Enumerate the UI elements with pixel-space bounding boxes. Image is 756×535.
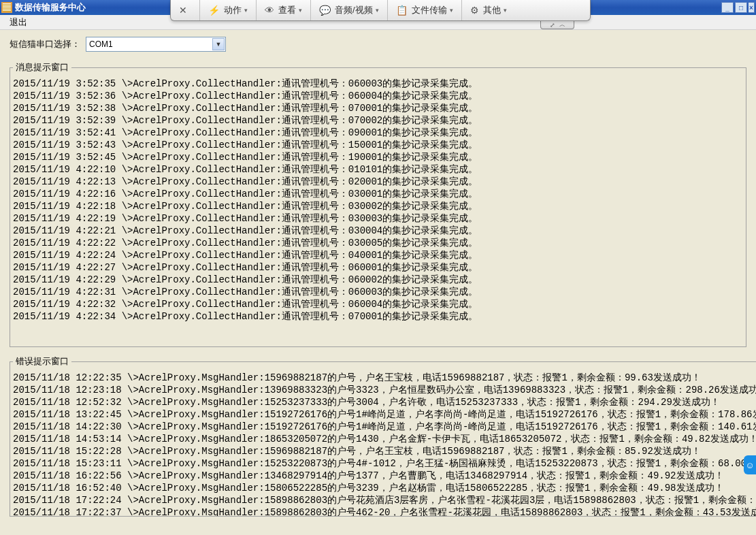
log-line: 2015/11/19 4:22:32 \>AcrelProxy.CollectH… <box>13 298 743 310</box>
eye-icon: 👁 <box>265 5 274 16</box>
log-line: 2015/11/18 17:22:24 \>AcrelProxy.MsgHand… <box>13 494 756 506</box>
chevron-down-icon[interactable]: ▼ <box>212 38 225 50</box>
log-line: 2015/11/19 4:22:13 \>AcrelProxy.CollectH… <box>13 176 743 188</box>
log-line: 2015/11/19 4:22:29 \>AcrelProxy.CollectH… <box>13 274 743 286</box>
bolt-icon: ⚡ <box>208 5 220 16</box>
toolbar-other-menu[interactable]: ⚙ 其他 ▾ <box>462 0 515 20</box>
toolbar-close-button[interactable]: ✕ <box>171 0 200 20</box>
log-line: 2015/11/18 14:22:30 \>AcrelProxy.MsgHand… <box>13 421 756 433</box>
sms-port-select[interactable]: COM1 ▼ <box>86 37 226 52</box>
chevron-down-icon: ▾ <box>450 7 453 14</box>
log-line: 2015/11/18 12:23:18 \>AcrelProxy.MsgHand… <box>13 384 756 396</box>
log-line: 2015/11/19 3:52:45 \>AcrelProxy.CollectH… <box>13 151 743 163</box>
clipboard-icon: 📋 <box>396 5 408 16</box>
main-content: 短信猫串口选择： COM1 ▼ 消息提示窗口 2015/11/19 3:52:3… <box>0 30 756 532</box>
toolbar-av-menu[interactable]: 💬 音频/视频 ▾ <box>311 0 388 20</box>
chevron-down-icon: ▾ <box>244 7 248 14</box>
remote-toolbar: ✕ ⚡ 动作 ▾ 👁 查看 ▾ 💬 音频/视频 ▾ 📋 文件传输 ▾ ⚙ 其他 … <box>170 0 591 21</box>
log-line: 2015/11/19 4:22:22 \>AcrelProxy.CollectH… <box>13 237 743 249</box>
smiley-icon: ☺ <box>745 460 754 470</box>
log-line: 2015/11/19 4:22:27 \>AcrelProxy.CollectH… <box>13 261 743 274</box>
toolbar-action-label: 动作 <box>224 4 242 16</box>
log-line: 2015/11/18 13:22:45 \>AcrelProxy.MsgHand… <box>13 408 756 421</box>
toolbar-view-menu[interactable]: 👁 查看 ▾ <box>257 0 311 20</box>
chevron-down-icon: ▾ <box>376 7 379 14</box>
fullscreen-icon: ⤢ <box>550 22 555 29</box>
error-log[interactable]: 2015/11/18 12:22:35 \>AcrelProxy.MsgHand… <box>10 368 756 516</box>
sms-port-value: COM1 <box>89 39 113 49</box>
log-line: 2015/11/18 16:52:40 \>AcrelProxy.MsgHand… <box>13 482 756 494</box>
sms-port-label: 短信猫串口选择： <box>10 38 80 50</box>
log-line: 2015/11/18 14:53:14 \>AcrelProxy.MsgHand… <box>13 433 756 445</box>
log-line: 2015/11/19 3:52:39 \>AcrelProxy.CollectH… <box>13 114 743 127</box>
log-line: 2015/11/19 4:22:10 \>AcrelProxy.CollectH… <box>13 163 743 176</box>
log-line: 2015/11/18 15:23:11 \>AcrelProxy.MsgHand… <box>13 457 756 470</box>
toolbar-view-label: 查看 <box>278 4 296 16</box>
log-line: 2015/11/19 4:22:16 \>AcrelProxy.CollectH… <box>13 188 743 200</box>
log-line: 2015/11/19 3:52:41 \>AcrelProxy.CollectH… <box>13 127 743 139</box>
toolbar-other-label: 其他 <box>483 4 501 16</box>
log-line: 2015/11/19 3:52:35 \>AcrelProxy.CollectH… <box>13 78 743 90</box>
log-line: 2015/11/19 4:22:31 \>AcrelProxy.CollectH… <box>13 286 743 298</box>
log-line: 2015/11/18 17:22:37 \>AcrelProxy.MsgHand… <box>13 506 756 516</box>
minimize-button[interactable]: _ <box>721 2 734 13</box>
log-line: 2015/11/19 3:52:38 \>AcrelProxy.CollectH… <box>13 102 743 114</box>
window-controls: _ □ × <box>721 2 755 13</box>
log-line: 2015/11/18 16:22:56 \>AcrelProxy.MsgHand… <box>13 470 756 482</box>
toolbar-file-menu[interactable]: 📋 文件传输 ▾ <box>388 0 462 20</box>
remote-toolbar-handle[interactable]: ⤢ ︿ <box>540 21 574 29</box>
error-panel: 错误提示窗口 2015/11/18 12:22:35 \>AcrelProxy.… <box>10 355 756 517</box>
app-icon <box>1 2 12 13</box>
log-line: 2015/11/18 12:22:35 \>AcrelProxy.MsgHand… <box>13 372 756 384</box>
message-panel: 消息提示窗口 2015/11/19 3:52:35 \>AcrelProxy.C… <box>10 61 746 347</box>
sms-port-row: 短信猫串口选择： COM1 ▼ <box>10 37 746 52</box>
chevron-up-icon: ︿ <box>559 20 565 29</box>
window-title: 数据传输服务中心 <box>15 1 86 14</box>
message-log[interactable]: 2015/11/19 3:52:35 \>AcrelProxy.CollectH… <box>10 74 746 340</box>
log-line: 2015/11/19 3:52:36 \>AcrelProxy.CollectH… <box>13 90 743 102</box>
chevron-down-icon: ▾ <box>299 7 302 14</box>
log-line: 2015/11/19 4:22:24 \>AcrelProxy.CollectH… <box>13 249 743 261</box>
message-panel-legend: 消息提示窗口 <box>13 61 71 74</box>
log-line: 2015/11/19 3:52:43 \>AcrelProxy.CollectH… <box>13 139 743 151</box>
maximize-button[interactable]: □ <box>735 2 747 13</box>
error-panel-legend: 错误提示窗口 <box>13 355 71 368</box>
gear-icon: ⚙ <box>470 5 479 16</box>
log-line: 2015/11/19 4:22:19 \>AcrelProxy.CollectH… <box>13 212 743 225</box>
toolbar-action-menu[interactable]: ⚡ 动作 ▾ <box>200 0 257 20</box>
chat-icon: 💬 <box>319 5 331 16</box>
toolbar-file-label: 文件传输 <box>412 4 447 16</box>
menu-exit[interactable]: 退出 <box>4 15 33 30</box>
log-line: 2015/11/18 12:52:32 \>AcrelProxy.MsgHand… <box>13 396 756 408</box>
assistant-side-tab[interactable]: ☺ <box>744 455 756 474</box>
close-button[interactable]: × <box>749 2 755 13</box>
close-icon: ✕ <box>179 5 187 16</box>
log-line: 2015/11/19 4:22:34 \>AcrelProxy.CollectH… <box>13 310 743 323</box>
toolbar-av-label: 音频/视频 <box>335 4 373 16</box>
log-line: 2015/11/19 4:22:21 \>AcrelProxy.CollectH… <box>13 225 743 237</box>
log-line: 2015/11/19 4:22:18 \>AcrelProxy.CollectH… <box>13 200 743 212</box>
chevron-down-icon: ▾ <box>504 7 507 14</box>
log-line: 2015/11/18 15:22:28 \>AcrelProxy.MsgHand… <box>13 445 756 457</box>
